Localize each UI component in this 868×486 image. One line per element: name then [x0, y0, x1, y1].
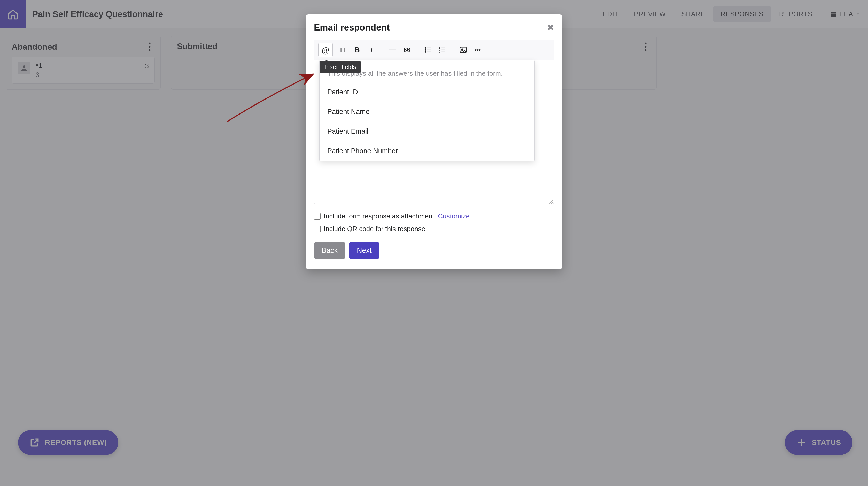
field-item-patient-id[interactable]: Patient ID — [319, 83, 534, 102]
bullet-list-button[interactable] — [421, 42, 435, 57]
image-icon — [459, 46, 467, 54]
editor-toolbar: @ H B I 66 123 Insert fields — [314, 40, 554, 60]
at-icon: @ — [322, 45, 329, 55]
modal-close-button[interactable]: ✖ — [547, 22, 554, 33]
heading-icon: H — [340, 46, 345, 54]
svg-point-23 — [479, 49, 480, 51]
include-attachment-label: Include form response as attachment. — [324, 212, 438, 220]
more-button[interactable] — [470, 42, 485, 57]
bold-button[interactable]: B — [350, 42, 364, 57]
include-qr-row[interactable]: Include QR code for this response — [314, 225, 554, 233]
image-button[interactable] — [456, 42, 470, 57]
bullet-list-icon — [424, 46, 432, 54]
next-button[interactable]: Next — [349, 242, 379, 259]
quote-icon: 66 — [404, 46, 410, 54]
rich-text-editor: @ H B I 66 123 Insert fields — [314, 40, 554, 204]
svg-point-22 — [477, 49, 478, 51]
heading-button[interactable]: H — [335, 42, 350, 57]
toolbar-separator — [417, 45, 417, 55]
include-attachment-checkbox[interactable] — [314, 213, 320, 220]
insert-fields-button[interactable]: @ — [318, 42, 333, 57]
modal-overlay[interactable]: Email respondent ✖ @ H B I 66 123 — [0, 0, 868, 486]
quote-button[interactable]: 66 — [400, 42, 414, 57]
include-qr-checkbox[interactable] — [314, 226, 320, 232]
field-item-patient-name[interactable]: Patient Name — [319, 102, 534, 122]
customize-link[interactable]: Customize — [438, 212, 470, 220]
svg-point-9 — [425, 49, 426, 50]
field-item-patient-email[interactable]: Patient Email — [319, 122, 534, 141]
insert-fields-tooltip: Insert fields — [320, 61, 361, 73]
hr-button[interactable] — [385, 42, 400, 57]
more-horizontal-icon — [473, 46, 482, 54]
insert-fields-dropdown: This displays all the answers the user h… — [319, 60, 535, 161]
svg-point-7 — [425, 47, 426, 48]
svg-text:3: 3 — [439, 51, 440, 53]
modal-title: Email respondent — [314, 22, 390, 33]
email-respondent-modal: Email respondent ✖ @ H B I 66 123 — [306, 15, 562, 269]
include-attachment-row[interactable]: Include form response as attachment. Cus… — [314, 212, 554, 220]
horizontal-rule-icon — [388, 46, 397, 54]
include-qr-label: Include QR code for this response — [324, 225, 425, 233]
italic-icon: I — [370, 46, 373, 54]
toolbar-separator — [453, 45, 453, 55]
svg-point-20 — [462, 49, 463, 50]
field-item-patient-phone[interactable]: Patient Phone Number — [319, 141, 534, 161]
numbered-list-icon: 123 — [438, 46, 446, 54]
resize-handle[interactable] — [547, 197, 553, 203]
svg-rect-19 — [460, 47, 466, 53]
toolbar-separator — [382, 45, 382, 55]
bold-icon: B — [354, 46, 360, 54]
numbered-list-button[interactable]: 123 — [435, 42, 450, 57]
italic-button[interactable]: I — [364, 42, 379, 57]
back-button[interactable]: Back — [314, 242, 345, 259]
svg-point-21 — [475, 49, 476, 51]
svg-point-11 — [425, 52, 426, 53]
